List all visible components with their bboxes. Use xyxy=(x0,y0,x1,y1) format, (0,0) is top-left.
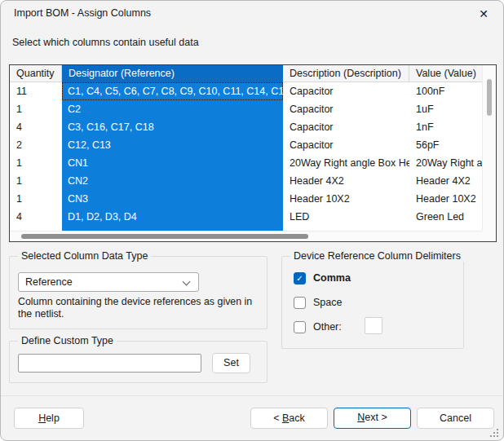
comma-label: Comma xyxy=(313,272,351,284)
space-checkbox[interactable] xyxy=(294,297,306,309)
chevron-down-icon xyxy=(183,278,191,286)
cell-designator[interactable]: C3, C16, C17, C18 xyxy=(62,118,283,136)
cell-designator[interactable]: C12, C13 xyxy=(62,136,283,154)
data-type-select[interactable]: Reference xyxy=(18,272,199,292)
vertical-scrollbar[interactable] xyxy=(482,65,496,231)
cell-quantity[interactable]: 1 xyxy=(10,190,62,208)
comma-checkbox-row[interactable]: ✓ Comma xyxy=(294,271,351,284)
space-label: Space xyxy=(313,297,342,308)
cell-quantity[interactable]: 11 xyxy=(10,82,62,100)
selected-column-data-type-group: Selected Column Data Type Reference Colu… xyxy=(9,256,267,329)
next-button[interactable]: Next > xyxy=(334,408,411,429)
bom-table: Quantity Designator (Reference) Descript… xyxy=(9,64,497,242)
cell-quantity[interactable]: 4 xyxy=(10,118,62,136)
other-checkbox-row[interactable]: Other: xyxy=(294,320,342,333)
column-header-designator[interactable]: Designator (Reference) xyxy=(62,65,283,82)
vertical-scrollbar-thumb[interactable] xyxy=(487,79,492,116)
resize-grip-icon[interactable] xyxy=(490,429,492,430)
column-header-quantity[interactable]: Quantity xyxy=(10,65,62,82)
set-button[interactable]: Set xyxy=(212,353,250,373)
data-type-help-text: Column containing the device references … xyxy=(18,296,264,320)
space-checkbox-row[interactable]: Space xyxy=(294,296,342,309)
column-header-description[interactable]: Description (Description) xyxy=(283,65,409,82)
cell-value[interactable]: Header 10X2 xyxy=(409,190,482,208)
title-bar: Import BOM - Assign Columns ✕ xyxy=(1,1,503,27)
import-bom-dialog: Import BOM - Assign Columns ✕ Select whi… xyxy=(0,0,504,441)
cell-value[interactable]: 100nF xyxy=(409,82,482,100)
cell-value[interactable]: 56pF xyxy=(409,136,482,154)
table-header: Quantity Designator (Reference) Descript… xyxy=(10,65,482,82)
cell-value[interactable]: 1uF xyxy=(409,100,482,118)
table-row[interactable]: 1C2Capacitor1uF xyxy=(10,100,482,118)
cell-designator[interactable]: C2 xyxy=(62,100,283,118)
cell-quantity[interactable]: 2 xyxy=(10,136,62,154)
cell-description[interactable]: Capacitor xyxy=(283,118,409,136)
other-checkbox[interactable] xyxy=(294,321,306,333)
cell-value[interactable]: Green Led xyxy=(409,208,482,226)
scrollbar-corner xyxy=(482,231,496,241)
table-rows: 11C1, C4, C5, C6, C7, C8, C9, C10, C11, … xyxy=(10,82,482,231)
custom-type-input[interactable] xyxy=(18,354,201,373)
table-row[interactable]: 11C1, C4, C5, C6, C7, C8, C9, C10, C11, … xyxy=(10,82,482,100)
cell-description[interactable]: Header 10X2 xyxy=(283,190,409,208)
cell-value[interactable]: 1nF xyxy=(409,118,482,136)
check-icon: ✓ xyxy=(294,273,305,284)
back-button[interactable]: < Back xyxy=(250,408,328,429)
cell-value[interactable]: Header 4X2 xyxy=(409,172,482,190)
column-header-value[interactable]: Value (Value) xyxy=(409,65,482,82)
group-title: Device Reference Column Delimiters xyxy=(290,250,464,262)
data-type-selected-value: Reference xyxy=(25,273,73,291)
cell-description[interactable]: LED xyxy=(283,208,409,226)
cell-description[interactable]: Header 4X2 xyxy=(283,172,409,190)
cell-designator[interactable]: CN2 xyxy=(62,172,283,190)
table-row[interactable]: 2C12, C13Capacitor56pF xyxy=(10,136,482,154)
group-title: Define Custom Type xyxy=(18,335,117,346)
dialog-title: Import BOM - Assign Columns xyxy=(14,7,151,19)
horizontal-scrollbar-thumb[interactable] xyxy=(21,234,308,239)
table-viewport: Quantity Designator (Reference) Descript… xyxy=(10,65,482,231)
table-row[interactable]: 1CN120Way Right angle Box Hea...20Way Ri… xyxy=(10,154,482,172)
define-custom-type-group: Define Custom Type Set xyxy=(9,341,267,383)
comma-checkbox[interactable]: ✓ xyxy=(294,272,306,284)
group-title: Selected Column Data Type xyxy=(18,250,151,262)
cancel-button[interactable]: Cancel xyxy=(417,408,494,429)
cell-quantity[interactable]: 1 xyxy=(10,100,62,118)
cell-quantity[interactable]: 4 xyxy=(10,208,62,226)
table-row[interactable]: 4C3, C16, C17, C18Capacitor1nF xyxy=(10,118,482,136)
table-row[interactable]: 4D1, D2, D3, D4LEDGreen Led xyxy=(10,208,482,226)
table-row[interactable]: 1CN3Header 10X2Header 10X2 xyxy=(10,190,482,208)
table-row[interactable]: 1CN2Header 4X2Header 4X2 xyxy=(10,172,482,190)
cell-description[interactable]: 20Way Right angle Box Hea... xyxy=(283,154,409,172)
cell-quantity[interactable]: 1 xyxy=(10,172,62,190)
cell-designator[interactable]: CN3 xyxy=(62,190,283,208)
instruction-text: Select which columns contain useful data xyxy=(12,37,199,48)
cell-description[interactable]: Capacitor xyxy=(283,100,409,118)
cell-quantity[interactable]: 1 xyxy=(10,154,62,172)
delimiters-group: Device Reference Column Delimiters ✓ Com… xyxy=(281,256,464,349)
footer-separator xyxy=(1,395,503,396)
other-label: Other: xyxy=(313,321,342,333)
cell-designator[interactable]: D1, D2, D3, D4 xyxy=(62,208,283,226)
help-button[interactable]: Help xyxy=(14,408,84,429)
horizontal-scrollbar[interactable] xyxy=(10,231,482,241)
cell-designator[interactable]: CN1 xyxy=(62,154,283,172)
other-delimiter-input[interactable] xyxy=(365,317,382,334)
close-icon[interactable]: ✕ xyxy=(474,5,493,23)
cell-designator[interactable]: C1, C4, C5, C6, C7, C8, C9, C10, C11, C1… xyxy=(62,82,283,100)
cell-description[interactable]: Capacitor xyxy=(283,136,409,154)
cell-description[interactable]: Capacitor xyxy=(283,82,409,100)
cell-value[interactable]: 20Way Right a xyxy=(409,154,482,172)
